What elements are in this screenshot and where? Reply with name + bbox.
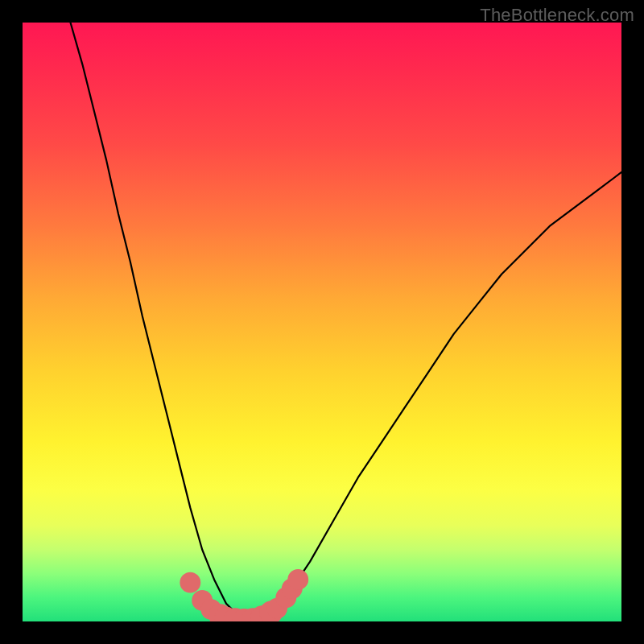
watermark-text: TheBottleneck.com <box>480 5 634 26</box>
chart-frame: TheBottleneck.com <box>0 0 644 644</box>
marker-point <box>180 572 200 593</box>
series-curve-right <box>250 172 621 621</box>
plot-area <box>23 23 621 621</box>
marker-point <box>287 569 308 590</box>
curve-layer <box>23 23 621 621</box>
series-curve-left <box>71 23 250 621</box>
